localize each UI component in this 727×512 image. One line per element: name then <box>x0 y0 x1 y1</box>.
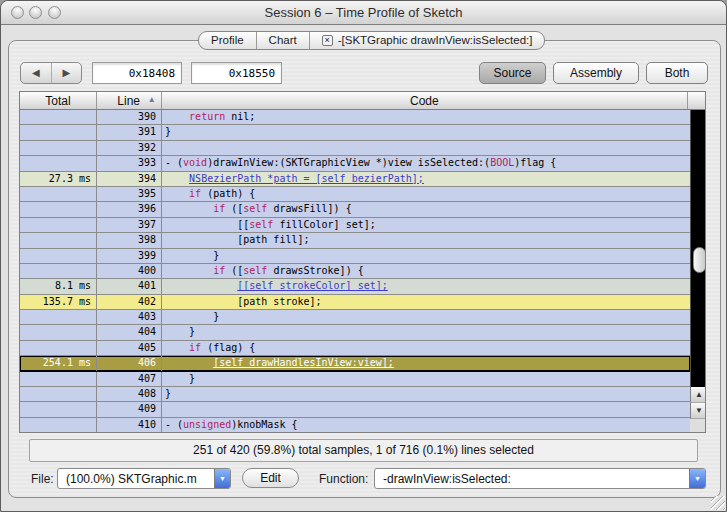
total-cell <box>20 202 97 216</box>
line-number-cell: 400 <box>97 264 162 278</box>
table-row[interactable]: 393- (void)drawInView:(SKTGraphicView *)… <box>20 156 690 171</box>
forward-icon[interactable]: ▶ <box>52 63 82 83</box>
code-cell: [[self strokeColor] set]; <box>162 279 690 293</box>
table-row[interactable]: 391} <box>20 125 690 140</box>
resize-grip[interactable] <box>711 496 725 510</box>
table-row[interactable]: 399 } <box>20 249 690 264</box>
total-cell <box>20 156 97 170</box>
line-number-cell: 402 <box>97 295 162 309</box>
both-view-button[interactable]: Both <box>646 62 708 84</box>
sort-ascending-icon: ▲ <box>148 95 156 104</box>
total-cell <box>20 418 97 432</box>
code-table-body: 390 return nil;391}392393- (void)drawInV… <box>20 110 690 433</box>
popup-arrow-icon: ▼ <box>214 469 230 488</box>
table-row[interactable]: 392 <box>20 141 690 156</box>
code-cell <box>162 402 690 416</box>
line-number-cell: 409 <box>97 402 162 416</box>
column-header-line[interactable]: Line ▲ <box>97 92 162 109</box>
code-cell: if (flag) { <box>162 341 690 355</box>
function-popup[interactable]: -drawInView:isSelected: ▼ <box>374 468 706 489</box>
tab-function-label: -[SKTGraphic drawInView:isSelected:] <box>338 32 533 49</box>
table-row[interactable]: 135.7 ms402 [path stroke]; <box>20 295 690 310</box>
total-cell <box>20 341 97 355</box>
code-cell: } <box>162 325 690 339</box>
line-number-cell: 391 <box>97 125 162 139</box>
total-cell <box>20 125 97 139</box>
line-number-cell: 407 <box>97 372 162 386</box>
line-number-cell: 404 <box>97 325 162 339</box>
assembly-view-button[interactable]: Assembly <box>553 62 639 84</box>
total-cell <box>20 141 97 155</box>
scrollbar-track[interactable] <box>690 110 706 387</box>
table-row[interactable]: 400 if ([self drawsStroke]) { <box>20 264 690 279</box>
table-row[interactable]: 27.3 ms394 NSBezierPath *path = [self be… <box>20 172 690 187</box>
table-row[interactable]: 408} <box>20 387 690 402</box>
tab-bar: Profile Chart × -[SKTGraphic drawInView:… <box>198 31 545 50</box>
table-row[interactable]: 398 [path fill]; <box>20 233 690 248</box>
total-cell <box>20 325 97 339</box>
total-cell: 27.3 ms <box>20 172 97 186</box>
file-popup[interactable]: (100.0%) SKTGraphic.m ▼ <box>57 468 231 489</box>
scroll-down-button[interactable]: ▼ <box>690 403 706 419</box>
total-cell <box>20 110 97 124</box>
scroll-up-button[interactable]: ▲ <box>690 387 706 403</box>
file-label: File: <box>31 472 54 486</box>
function-popup-value: -drawInView:isSelected: <box>375 472 689 486</box>
back-icon[interactable]: ◀ <box>21 63 52 83</box>
tab-chart[interactable]: Chart <box>257 32 310 49</box>
table-row[interactable]: 397 [[self fillColor] set]; <box>20 218 690 233</box>
status-bar: 251 of 420 (59.8%) total samples, 1 of 7… <box>29 439 698 462</box>
table-row[interactable]: 410- (unsigned)knobMask { <box>20 418 690 433</box>
code-cell: [path stroke]; <box>162 295 690 309</box>
line-number-cell: 399 <box>97 249 162 263</box>
titlebar: Session 6 – Time Profile of Sketch <box>1 1 726 25</box>
code-cell: [self drawHandlesInView:view]; <box>162 356 690 370</box>
table-row[interactable]: 403 } <box>20 310 690 325</box>
line-number-cell: 408 <box>97 387 162 401</box>
code-cell: } <box>162 249 690 263</box>
total-cell <box>20 310 97 324</box>
table-row[interactable]: 404 } <box>20 325 690 340</box>
line-number-cell: 406 <box>97 356 162 370</box>
popup-arrow-icon: ▼ <box>689 469 705 488</box>
table-row[interactable]: 395 if (path) { <box>20 187 690 202</box>
table-row[interactable]: 8.1 ms401 [[self strokeColor] set]; <box>20 279 690 294</box>
app-window: Session 6 – Time Profile of Sketch Profi… <box>0 0 727 512</box>
line-number-cell: 393 <box>97 156 162 170</box>
table-row[interactable]: 409 <box>20 402 690 417</box>
close-icon[interactable]: × <box>322 35 333 46</box>
line-number-cell: 397 <box>97 218 162 232</box>
line-number-cell: 394 <box>97 172 162 186</box>
table-row[interactable]: 396 if ([self drawsFill]) { <box>20 202 690 217</box>
total-cell <box>20 387 97 401</box>
tab-profile[interactable]: Profile <box>199 32 257 49</box>
window-title: Session 6 – Time Profile of Sketch <box>1 5 726 20</box>
source-view-button[interactable]: Source <box>479 62 546 84</box>
table-row[interactable]: 407 } <box>20 372 690 387</box>
address-end-field[interactable] <box>191 62 282 84</box>
line-number-cell: 398 <box>97 233 162 247</box>
total-cell <box>20 402 97 416</box>
line-number-cell: 401 <box>97 279 162 293</box>
line-number-cell: 405 <box>97 341 162 355</box>
table-row[interactable]: 390 return nil; <box>20 110 690 125</box>
edit-button[interactable]: Edit <box>242 468 299 488</box>
line-number-cell: 390 <box>97 110 162 124</box>
line-number-cell: 410 <box>97 418 162 432</box>
tab-function[interactable]: × -[SKTGraphic drawInView:isSelected:] <box>310 32 545 49</box>
address-start-field[interactable] <box>92 62 182 84</box>
total-cell <box>20 372 97 386</box>
total-cell <box>20 187 97 201</box>
column-header-code[interactable]: Code <box>162 92 688 109</box>
table-row[interactable]: 405 if (flag) { <box>20 341 690 356</box>
line-number-cell: 392 <box>97 141 162 155</box>
scrollbar-thumb[interactable] <box>693 247 706 273</box>
function-label: Function: <box>319 472 368 486</box>
code-cell: [path fill]; <box>162 233 690 247</box>
total-cell: 8.1 ms <box>20 279 97 293</box>
code-cell: } <box>162 387 690 401</box>
code-cell: - (void)drawInView:(SKTGraphicView *)vie… <box>162 156 690 170</box>
table-row[interactable]: 254.1 ms406 [self drawHandlesInView:view… <box>20 356 690 371</box>
column-header-total[interactable]: Total <box>20 92 97 109</box>
line-header-label: Line <box>117 94 140 108</box>
